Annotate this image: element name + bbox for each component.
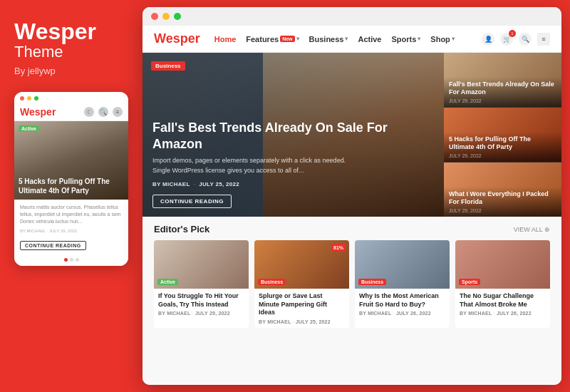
editors-grid: Active If You Struggle To Hit Your Goals… xyxy=(154,240,550,328)
business-arrow-icon: ▾ xyxy=(345,36,348,42)
desktop-dot-yellow xyxy=(162,13,170,20)
hero-main: Business Fall's Best Trends Already On S… xyxy=(142,53,444,217)
mobile-moon-icon[interactable]: ☾ xyxy=(84,107,94,117)
card-badge-2: Business xyxy=(258,279,286,285)
mobile-dot-3[interactable] xyxy=(76,258,79,262)
desktop-mockup: Wesper Home Features New ▾ Business ▾ Ac… xyxy=(142,7,561,385)
search-icon[interactable]: 🔍 xyxy=(519,33,532,46)
nav-item-features[interactable]: Features New ▾ xyxy=(246,35,299,43)
mobile-excerpt: Mauris mattis auctor cursus. Phasellus t… xyxy=(20,204,123,225)
editor-card-3: Business Why Is the Most American Fruit … xyxy=(355,240,450,328)
nav-item-shop[interactable]: Shop ▾ xyxy=(430,35,455,43)
mobile-pagination xyxy=(14,254,128,266)
site-logo: Wesper xyxy=(154,31,200,46)
left-panel: Wesper Theme By jellywp Wesper ☾ 🔍 ≡ Act… xyxy=(0,0,142,392)
card-title-2: Splurge or Save Last Minute Pampering Gi… xyxy=(259,292,345,317)
mobile-nav-icons: ☾ 🔍 ≡ xyxy=(84,107,123,117)
desktop-dot-red xyxy=(151,13,158,20)
mobile-continue-button[interactable]: CONTINUE READING xyxy=(20,241,86,250)
hero-date: JULY 25, 2022 xyxy=(199,181,239,187)
card-meta-4: BY MICHAEL · JULY 26, 2022 xyxy=(460,311,546,316)
editor-card-4: Sports The No Sugar Challenge That Almos… xyxy=(455,240,550,328)
hero-side-date-3: JULY 29, 2022 xyxy=(449,208,556,213)
mobile-hero: Active 5 Hacks for Pulling Off The Ultim… xyxy=(14,121,128,200)
card-title-1: If You Struggle To Hit Your Goals, Try T… xyxy=(158,292,244,309)
card-content-4: The No Sugar Challenge That Almost Broke… xyxy=(455,289,550,319)
card-content-3: Why Is the Most American Fruit So Hard t… xyxy=(355,289,450,319)
shop-arrow-icon: ▾ xyxy=(452,36,455,42)
editor-card-1: Active If You Struggle To Hit Your Goals… xyxy=(154,240,249,328)
site-logo-letter: W xyxy=(154,31,166,46)
hero-author: BY MICHAEL xyxy=(152,181,190,187)
editors-header: Editor's Pick VIEW ALL ⊕ xyxy=(154,224,550,234)
mobile-dot-1[interactable] xyxy=(64,258,68,262)
card-image-2: Business 81% xyxy=(254,240,349,289)
card-title-3: Why Is the Most American Fruit So Hard t… xyxy=(359,292,445,309)
hero-side-text-2: 5 Hacks for Pulling Off The Ultimate 4th… xyxy=(444,132,561,162)
card-meta-3: BY MICHAEL · JULY 26, 2022 xyxy=(359,311,445,316)
mobile-dot-red xyxy=(20,96,24,100)
cart-icon[interactable]: 🛒 1 xyxy=(500,33,513,46)
card-meta-1: BY MICHAEL · JULY 29, 2022 xyxy=(158,311,244,316)
features-arrow-icon: ▾ xyxy=(296,36,299,42)
mobile-hero-badge: Active xyxy=(19,125,39,132)
hero-section: Business Fall's Best Trends Already On S… xyxy=(142,53,561,217)
mobile-menu-icon[interactable]: ≡ xyxy=(113,107,123,117)
features-badge: New xyxy=(280,36,294,42)
hero-sidebar: Fall's Best Trends Already On Sale For A… xyxy=(444,53,561,217)
hero-text-block: Fall's Best Trends Already On Sale For A… xyxy=(142,111,444,217)
card-content-2: Splurge or Save Last Minute Pampering Gi… xyxy=(254,289,349,328)
mobile-meta: BY MICHAEL · JULY 29, 2022 xyxy=(20,229,123,233)
hero-continue-button[interactable]: CONTINUE READING xyxy=(152,195,232,208)
mobile-dot-yellow xyxy=(27,96,31,100)
desktop-dot-green xyxy=(174,13,181,20)
hero-side-item-3: What I Wore Everything I Packed For Flor… xyxy=(444,163,561,217)
hero-side-title-2: 5 Hacks for Pulling Off The Ultimate 4th… xyxy=(449,135,556,152)
card-image-1: Active xyxy=(154,240,249,289)
card-title-4: The No Sugar Challenge That Almost Broke… xyxy=(460,292,546,309)
site-header: Wesper Home Features New ▾ Business ▾ Ac… xyxy=(142,26,561,53)
brand-by: By jellywp xyxy=(14,66,56,76)
nav-item-business[interactable]: Business ▾ xyxy=(309,35,348,43)
card-image-3: Business xyxy=(355,240,450,289)
hero-side-item-2: 5 Hacks for Pulling Off The Ultimate 4th… xyxy=(444,108,561,163)
hero-meta: BY MICHAEL · JULY 25, 2022 xyxy=(152,181,434,187)
mobile-title-bar xyxy=(14,92,128,103)
sports-arrow-icon: ▾ xyxy=(418,36,420,42)
hero-excerpt: Import demos, pages or elements separate… xyxy=(152,156,352,175)
mobile-hero-title: 5 Hacks for Pulling Off The Ultimate 4th… xyxy=(19,177,124,195)
mobile-mockup: Wesper ☾ 🔍 ≡ Active 5 Hacks for Pulling … xyxy=(14,92,128,265)
mobile-logo-letter: W xyxy=(20,106,29,118)
card-badge-1: Active xyxy=(157,279,178,285)
hero-side-title-1: Fall's Best Trends Already On Sale For A… xyxy=(449,81,556,97)
card-content-1: If You Struggle To Hit Your Goals, Try T… xyxy=(154,289,249,319)
hero-side-text-3: What I Wore Everything I Packed For Flor… xyxy=(444,187,561,217)
menu-icon[interactable]: ≡ xyxy=(537,33,550,46)
brand-name: Wesper Theme xyxy=(14,20,96,61)
hero-side-item-1: Fall's Best Trends Already On Sale For A… xyxy=(444,53,561,108)
mobile-nav: Wesper ☾ 🔍 ≡ xyxy=(14,103,128,121)
nav-item-active[interactable]: Active xyxy=(358,35,381,43)
mobile-content: Mauris mattis auctor cursus. Phasellus t… xyxy=(14,200,128,254)
hero-side-date-2: JULY 29, 2022 xyxy=(449,153,556,158)
view-all-button[interactable]: VIEW ALL ⊕ xyxy=(514,226,550,233)
card-badge-4: Sports xyxy=(459,279,480,285)
nav-item-sports[interactable]: Sports ▾ xyxy=(392,35,421,43)
hero-side-text-1: Fall's Best Trends Already On Sale For A… xyxy=(444,77,561,107)
mobile-dot-green xyxy=(34,96,38,100)
editors-pick-title: Editor's Pick xyxy=(154,224,209,234)
header-right: 👤 🛒 1 🔍 ≡ xyxy=(482,33,550,46)
mobile-logo: Wesper xyxy=(20,106,56,118)
user-icon[interactable]: 👤 xyxy=(482,33,494,46)
cart-count: 1 xyxy=(509,30,516,37)
hero-title: Fall's Best Trends Already On Sale For A… xyxy=(152,120,434,152)
hero-side-title-3: What I Wore Everything I Packed For Flor… xyxy=(449,190,556,207)
desktop-title-bar xyxy=(142,7,561,26)
card-badge-3: Business xyxy=(358,279,386,285)
mobile-search-icon[interactable]: 🔍 xyxy=(98,107,108,117)
mobile-dot-2[interactable] xyxy=(70,258,73,262)
card-image-4: Sports xyxy=(455,240,550,289)
nav-item-home[interactable]: Home xyxy=(214,35,237,43)
editor-card-2: Business 81% Splurge or Save Last Minute… xyxy=(254,240,349,328)
card-meta-2: BY MICHAEL · JULY 25, 2022 xyxy=(259,319,345,324)
